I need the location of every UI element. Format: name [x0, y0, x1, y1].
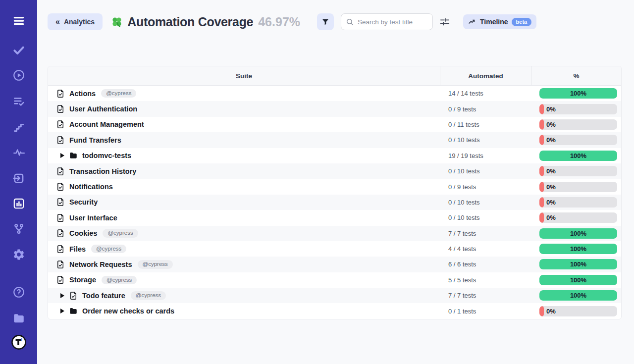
import-icon[interactable]	[12, 172, 25, 185]
suite-name[interactable]: Actions	[69, 90, 96, 98]
column-header-percent: %	[531, 66, 621, 85]
testomat-logo[interactable]	[11, 334, 27, 350]
suite-cell: Order new checks or cards	[48, 307, 440, 315]
coverage-bar: 0%	[539, 306, 617, 316]
sidebar	[0, 0, 37, 364]
chevrons-left-icon: «	[55, 17, 60, 26]
table-row[interactable]: Transaction History 0 / 10 tests 0%	[48, 163, 621, 179]
automated-count: 0 / 11 tests	[440, 121, 531, 128]
table-row[interactable]: Cookies @cypress 7 / 7 tests 100%	[48, 226, 621, 241]
suite-name[interactable]: Storage	[69, 276, 96, 284]
suite-cell: Cookies @cypress	[48, 229, 440, 238]
expand-caret-icon[interactable]	[60, 153, 65, 158]
automated-count: 0 / 9 tests	[440, 105, 531, 113]
pulse-icon[interactable]	[12, 146, 25, 159]
coverage-bar-fill	[539, 197, 544, 208]
coverage-bar: 0%	[539, 212, 617, 223]
table-row[interactable]: Todo feature @cypress 7 / 7 tests 100%	[48, 288, 621, 303]
suite-tag: @cypress	[103, 229, 138, 238]
table-row[interactable]: Order new checks or cards 0 / 1 tests 0%	[48, 303, 621, 318]
table-row[interactable]: Actions @cypress 14 / 14 tests 100%	[48, 86, 621, 101]
suite-cell: Fund Transfers	[48, 136, 440, 145]
table-row[interactable]: Fund Transfers 0 / 10 tests 0%	[48, 132, 621, 148]
table-body: Actions @cypress 14 / 14 tests 100% User…	[48, 86, 621, 319]
folder-icon	[69, 307, 78, 315]
automated-count: 5 / 5 tests	[440, 276, 531, 284]
file-check-icon	[56, 213, 65, 222]
table-row[interactable]: User Interface 0 / 10 tests 0%	[48, 210, 621, 225]
suite-name[interactable]: Security	[69, 198, 98, 206]
suite-name[interactable]: Account Management	[69, 120, 144, 128]
filter-button[interactable]	[317, 13, 334, 30]
automated-count: 7 / 7 tests	[440, 230, 531, 237]
help-icon[interactable]	[12, 286, 25, 299]
percent-cell: 100%	[531, 151, 621, 161]
percent-cell: 0%	[531, 104, 621, 114]
back-button-label: Analytics	[64, 18, 95, 26]
coverage-bar: 0%	[539, 197, 617, 208]
suite-name[interactable]: User Interface	[69, 214, 117, 222]
suite-cell: Network Requests @cypress	[48, 260, 440, 269]
timeline-button[interactable]: Timeline beta	[463, 14, 536, 29]
table-row[interactable]: Notifications 0 / 9 tests 0%	[48, 179, 621, 194]
suite-name[interactable]: Todo feature	[82, 292, 125, 300]
suite-name[interactable]: User Authentication	[69, 105, 137, 113]
projects-folder-icon[interactable]	[12, 312, 25, 325]
percent-cell: 100%	[531, 259, 621, 269]
coverage-percent-label: 0%	[546, 199, 556, 206]
coverage-percent-label: 100%	[570, 230, 586, 237]
table-row[interactable]: Security 0 / 10 tests 0%	[48, 195, 621, 210]
git-branch-icon[interactable]	[12, 222, 25, 235]
percent-cell: 0%	[531, 306, 621, 316]
menu-icon[interactable]	[12, 14, 25, 27]
suite-tag: @cypress	[101, 89, 136, 98]
percent-cell: 100%	[531, 244, 621, 254]
expand-caret-icon[interactable]	[60, 308, 65, 314]
timeline-label: Timeline	[480, 18, 508, 26]
percent-cell: 0%	[531, 197, 621, 208]
analytics-bar-chart-icon[interactable]	[12, 197, 25, 210]
search-input[interactable]	[341, 13, 433, 30]
automated-count: 0 / 9 tests	[440, 183, 531, 191]
suite-cell: Actions @cypress	[48, 89, 440, 98]
table-row[interactable]: Files @cypress 4 / 4 tests 100%	[48, 241, 621, 257]
suite-name[interactable]: Notifications	[69, 183, 113, 191]
percent-cell: 0%	[531, 119, 621, 130]
suite-name[interactable]: Fund Transfers	[69, 136, 121, 144]
file-check-icon	[56, 229, 65, 238]
expand-caret-icon[interactable]	[60, 293, 65, 299]
automated-count: 14 / 14 tests	[440, 90, 531, 97]
tests-check-icon[interactable]	[12, 44, 25, 56]
suite-name[interactable]: Files	[69, 245, 86, 253]
coverage-percent-label: 100%	[570, 260, 586, 268]
search-icon	[346, 18, 354, 26]
coverage-bar: 0%	[539, 119, 617, 130]
adjustments-sliders-icon[interactable]	[439, 16, 450, 27]
top-bar: « Analytics Automation Coverage 46.97% T…	[48, 13, 622, 30]
table-row[interactable]: Network Requests @cypress 6 / 6 tests 10…	[48, 257, 621, 272]
suite-tag: @cypress	[138, 260, 173, 269]
back-to-analytics-button[interactable]: « Analytics	[48, 13, 103, 30]
coverage-bar-fill	[539, 135, 544, 145]
automated-count: 0 / 10 tests	[440, 199, 531, 206]
test-plans-icon[interactable]	[12, 95, 25, 108]
suite-name[interactable]: Network Requests	[69, 260, 132, 268]
file-check-icon	[56, 245, 65, 254]
settings-gear-icon[interactable]	[12, 248, 25, 261]
suite-cell: Todo feature @cypress	[48, 291, 440, 300]
suite-name[interactable]: Order new checks or cards	[82, 307, 174, 315]
runs-play-icon[interactable]	[12, 69, 25, 82]
suite-name[interactable]: Transaction History	[69, 167, 136, 175]
table-row[interactable]: Account Management 0 / 11 tests 0%	[48, 117, 621, 132]
table-row[interactable]: todomvc-tests 19 / 19 tests 100%	[48, 148, 621, 163]
table-row[interactable]: User Authentication 0 / 9 tests 0%	[48, 101, 621, 116]
search-box	[341, 13, 433, 30]
coverage-bar: 0%	[539, 135, 617, 145]
table-row[interactable]: Storage @cypress 5 / 5 tests 100%	[48, 272, 621, 288]
suite-name[interactable]: todomvc-tests	[82, 152, 131, 159]
trending-up-icon	[468, 18, 476, 26]
steps-icon[interactable]	[12, 121, 25, 134]
column-header-automated: Automated	[440, 66, 531, 85]
suite-name[interactable]: Cookies	[69, 229, 97, 237]
file-check-icon	[56, 198, 65, 207]
